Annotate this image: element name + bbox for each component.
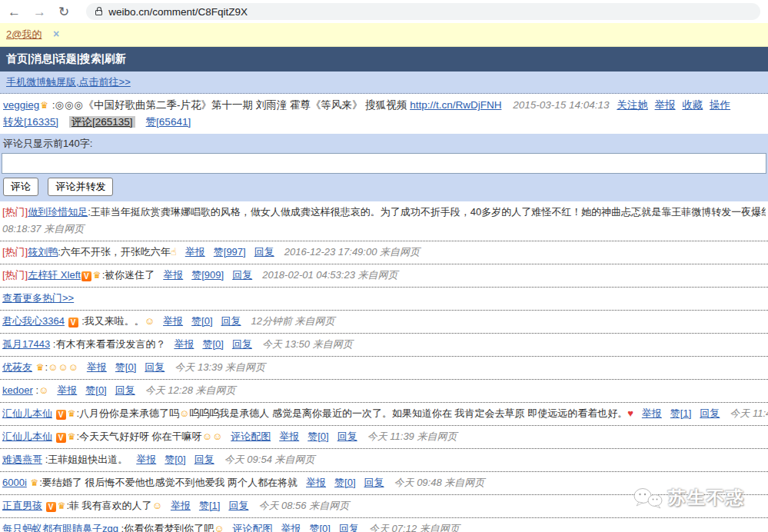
like-link[interactable]: 赞[0] bbox=[191, 315, 212, 327]
post-timestamp: 2015-03-15 14:04:13 bbox=[513, 99, 609, 111]
report-link[interactable]: 举报 bbox=[279, 431, 299, 442]
commenter-link[interactable]: 难遇燕哥 bbox=[2, 454, 42, 465]
comment-time: 今天 12:28 来自网页 bbox=[145, 384, 236, 396]
nav-item-home[interactable]: 首页 bbox=[6, 52, 28, 65]
commenter-link[interactable]: 做到珍惜知足 bbox=[28, 206, 88, 218]
comment-text: :要结婚了 很后悔不爱他也感觉不到他爱我 两个人都在将就 bbox=[39, 477, 298, 488]
commenter-link[interactable]: 6000i bbox=[2, 477, 27, 488]
reply-link[interactable]: 回复 bbox=[232, 338, 252, 350]
like-link[interactable]: 赞[997] bbox=[214, 246, 246, 258]
reply-link[interactable]: 回复 bbox=[232, 269, 252, 281]
comment-text: :被你迷住了 bbox=[102, 269, 155, 281]
report-link[interactable]: 举报 bbox=[655, 99, 676, 111]
nav-item-messages[interactable]: 消息 bbox=[31, 52, 52, 65]
post-url-link[interactable]: http://t.cn/RwDjFNH bbox=[410, 99, 501, 111]
report-link[interactable]: 举报 bbox=[163, 269, 183, 281]
comment-text: :你看你看梦到你了吧☺ bbox=[121, 523, 224, 532]
report-link[interactable]: 举报 bbox=[281, 523, 301, 532]
report-link[interactable]: 举报 bbox=[185, 246, 205, 258]
comment-input[interactable] bbox=[2, 153, 766, 174]
touch-version-link[interactable]: 手机微博触屏版,点击前往>> bbox=[6, 76, 131, 88]
report-link[interactable]: 举报 bbox=[174, 338, 194, 350]
comment-row: 汇仙儿本仙 V♛:八月份你是来承德了吗☺呜呜呜我是承德人 感觉是离你最近的一次了… bbox=[0, 403, 768, 426]
like-link[interactable]: 赞[1] bbox=[670, 407, 691, 419]
reply-link[interactable]: 回复 bbox=[337, 431, 357, 442]
like-link[interactable]: 赞[909] bbox=[191, 269, 224, 281]
comment-time: 今天 08:56 来自网页 bbox=[258, 500, 349, 511]
reply-link[interactable]: 回复 bbox=[364, 477, 384, 488]
hot-comment-row: [热门]左梓轩 XleftV♛:被你迷住了举报赞[909]回复2018-02-0… bbox=[0, 264, 768, 288]
reply-link[interactable]: 回复 bbox=[228, 500, 248, 511]
close-icon[interactable]: × bbox=[53, 28, 59, 40]
nav-item-search[interactable]: 搜索 bbox=[80, 52, 101, 65]
comment-image-link[interactable]: 评论配图 bbox=[233, 523, 273, 532]
mention-notice-link[interactable]: 2@我的 bbox=[6, 28, 42, 40]
like-link[interactable]: 赞[0] bbox=[310, 523, 331, 532]
commenter-link[interactable]: kedoer bbox=[2, 384, 33, 396]
comment-and-repost-button[interactable]: 评论并转发 bbox=[48, 178, 113, 196]
like-link[interactable]: 赞[0] bbox=[308, 431, 328, 442]
reply-link[interactable]: 回复 bbox=[115, 384, 135, 396]
like-link[interactable]: 赞[1] bbox=[199, 500, 220, 511]
url-text: weibo.cn/comment/C8FqitZ9X bbox=[108, 6, 248, 18]
like-link[interactable]: 赞[0] bbox=[165, 454, 185, 465]
like-link[interactable]: 赞[0] bbox=[85, 384, 106, 396]
like-link[interactable]: 赞[0] bbox=[202, 338, 223, 350]
comment-time: 08:18:37 来自网页 bbox=[2, 223, 84, 234]
emote-icon: ☺ bbox=[214, 523, 224, 532]
verified-badge-icon: V bbox=[46, 502, 56, 512]
like-link[interactable]: 赞[0] bbox=[115, 361, 136, 373]
comment-button[interactable]: 评论 bbox=[3, 178, 38, 196]
hot-comment-row: [热门]做到珍惜知足:王菲当年挺欣赏龚琳娜唱歌的风格，做女人做成龚这样很悲哀的。… bbox=[0, 201, 768, 241]
vip-crown-icon: ♛ bbox=[40, 100, 48, 111]
commenter-link[interactable]: 汇仙儿本仙 bbox=[2, 431, 52, 442]
report-link[interactable]: 举报 bbox=[642, 407, 662, 419]
reply-link[interactable]: 回复 bbox=[254, 246, 274, 258]
emote-icon: ☺ bbox=[212, 431, 222, 442]
commenter-link[interactable]: 左梓轩 Xleft bbox=[28, 269, 81, 281]
back-icon[interactable]: ← bbox=[8, 5, 21, 18]
repost-count-link[interactable]: 转发[16335] bbox=[3, 116, 58, 128]
nav-item-refresh[interactable]: 刷新 bbox=[105, 52, 126, 65]
favorite-link[interactable]: 收藏 bbox=[682, 99, 703, 111]
vip-crown-icon: ♛ bbox=[93, 270, 101, 281]
follow-link[interactable]: 关注她 bbox=[617, 99, 648, 111]
report-link[interactable]: 举报 bbox=[87, 361, 107, 373]
report-link[interactable]: 举报 bbox=[171, 500, 191, 511]
nav-item-topics[interactable]: 话题 bbox=[55, 52, 77, 65]
commenter-link[interactable]: 君心我心3364 bbox=[2, 315, 65, 327]
view-more-hot-link[interactable]: 查看更多热门>> bbox=[2, 292, 74, 304]
commenter-link[interactable]: 汇仙儿本仙 bbox=[2, 407, 52, 419]
commenter-link[interactable]: 优莜友 bbox=[2, 361, 32, 373]
reply-link[interactable]: 回复 bbox=[221, 315, 241, 327]
emote-icon: ☝ bbox=[171, 246, 177, 258]
commenter-link[interactable]: 正直男孩 bbox=[2, 500, 42, 511]
forward-icon[interactable]: → bbox=[33, 5, 46, 18]
like-count-link[interactable]: 赞[65641] bbox=[146, 116, 191, 128]
refresh-icon[interactable]: ↻ bbox=[58, 5, 69, 18]
comment-form-label: 评论只显示前140字: bbox=[2, 135, 766, 153]
reply-link[interactable]: 回复 bbox=[194, 454, 214, 465]
comment-row: 君心我心3364 V :我又来啦。。☺举报赞[0]回复12分钟前 来自网页 bbox=[0, 311, 768, 334]
comment-text: :☺ bbox=[35, 384, 48, 396]
post-author-link[interactable]: veggieg bbox=[3, 99, 39, 111]
comment-time: 今天 11:40 来自网页 bbox=[730, 407, 768, 419]
comment-row: kedoer :☺举报赞[0]回复今天 12:28 来自网页 bbox=[0, 380, 768, 403]
report-link[interactable]: 举报 bbox=[163, 315, 183, 327]
reply-link[interactable]: 回复 bbox=[145, 361, 165, 373]
comment-image-link[interactable]: 评论配图 bbox=[231, 431, 271, 442]
commenter-link[interactable]: 筱刘鸭 bbox=[28, 246, 58, 258]
reply-link[interactable]: 回复 bbox=[700, 407, 720, 419]
report-link[interactable]: 举报 bbox=[306, 477, 326, 488]
more-actions-link[interactable]: 操作 bbox=[710, 99, 730, 111]
comment-text: :我又来啦。。☺ bbox=[81, 315, 155, 327]
comment-time: 12分钟前 来自网页 bbox=[251, 315, 335, 327]
address-bar[interactable]: weibo.cn/comment/C8FqitZ9X bbox=[86, 3, 760, 20]
report-link[interactable]: 举报 bbox=[57, 384, 77, 396]
commenter-link[interactable]: 孤月17443 bbox=[2, 338, 50, 350]
commenter-link[interactable]: 每只蚂蚁都有眼睛鼻子zgg bbox=[2, 523, 118, 532]
report-link[interactable]: 举报 bbox=[136, 454, 156, 465]
reply-link[interactable]: 回复 bbox=[339, 523, 359, 532]
like-link[interactable]: 赞[0] bbox=[334, 477, 355, 488]
post: veggieg♛ :◎◎◎《中国好歌曲第二季-片花》第十一期 刘雨潼 霍尊《等风… bbox=[0, 94, 768, 114]
